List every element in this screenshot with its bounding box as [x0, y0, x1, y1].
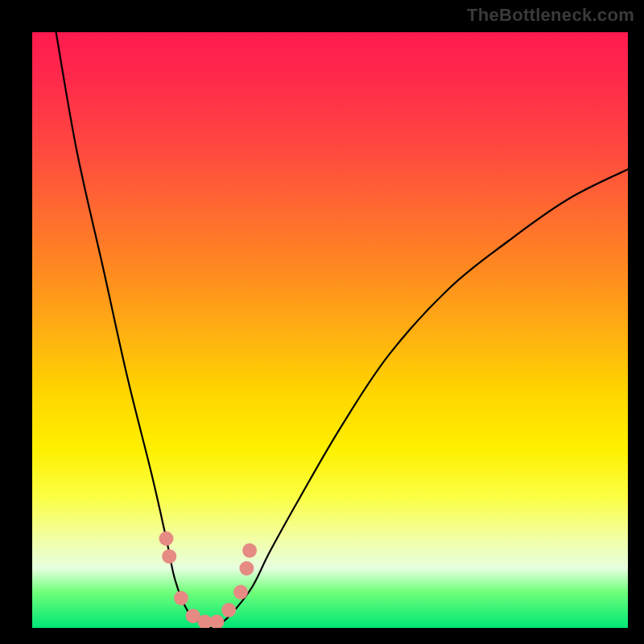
curve-marker	[221, 603, 236, 617]
curve-marker	[159, 531, 174, 546]
bottleneck-curve	[56, 32, 628, 628]
curve-marker	[162, 549, 176, 564]
curve-marker	[233, 585, 248, 600]
curve-marker	[209, 615, 224, 628]
curve-markers	[159, 531, 258, 628]
watermark-text: TheBottleneck.com	[467, 5, 634, 26]
curve-marker	[242, 543, 257, 558]
chart-frame: TheBottleneck.com	[0, 0, 644, 644]
plot-area	[32, 32, 628, 628]
curve-marker	[174, 591, 188, 605]
curve-marker	[239, 561, 254, 576]
curve-layer	[32, 32, 628, 628]
